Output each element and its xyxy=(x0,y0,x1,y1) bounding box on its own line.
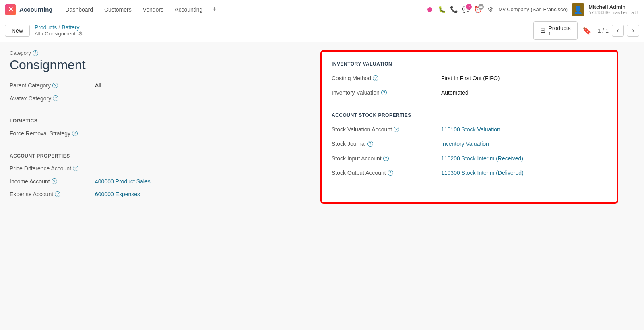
breadcrumb-products-link[interactable]: Products xyxy=(35,24,57,31)
prev-page-button[interactable]: ‹ xyxy=(612,25,624,37)
income-account-value[interactable]: 400000 Product Sales xyxy=(95,178,151,185)
nav-dashboard[interactable]: Dashboard xyxy=(61,4,98,15)
settings-gear-icon[interactable]: ⚙ xyxy=(78,31,83,37)
user-id: 57318380-master-all xyxy=(588,10,639,15)
force-removal-label: Force Removal Strategy ? xyxy=(10,130,90,137)
stock-input-row: Stock Input Account ? 110200 Stock Inter… xyxy=(332,155,607,162)
account-stock-title: ACCOUNT STOCK PROPERTIES xyxy=(332,112,607,118)
nav-add-icon[interactable]: + xyxy=(209,4,220,15)
costing-method-help-icon[interactable]: ? xyxy=(373,75,378,81)
inventory-valuation-label: Inventory Valuation ? xyxy=(332,89,436,96)
breadcrumb-sub: All / Consignment ⚙ xyxy=(35,31,83,37)
main-content: Category ? Consignment Parent Category ?… xyxy=(0,42,628,212)
costing-method-row: Costing Method ? First In First Out (FIF… xyxy=(332,75,607,81)
breadcrumb-sub-text: All / Consignment xyxy=(35,31,76,37)
category-title: Consignment xyxy=(10,58,308,73)
user-info: Mitchell Admin 57318380-master-all xyxy=(588,4,639,15)
clock-badge: 40 xyxy=(478,4,484,10)
stock-journal-value[interactable]: Inventory Valuation xyxy=(441,141,489,147)
user-avatar[interactable]: 👤 xyxy=(572,3,584,16)
app-name: Accounting xyxy=(19,6,53,13)
pagination-info: 1 / 1 xyxy=(598,27,609,34)
company-name: My Company (San Francisco) xyxy=(498,6,568,12)
account-props-divider xyxy=(10,145,308,145)
stock-input-value[interactable]: 110200 Stock Interim (Received) xyxy=(441,155,523,162)
list-icon: ⊞ xyxy=(540,27,545,34)
breadcrumb-separator: / xyxy=(58,24,60,31)
inventory-valuation-title: INVENTORY VALUATION xyxy=(332,61,607,67)
stock-props-divider xyxy=(332,104,607,104)
force-removal-row: Force Removal Strategy ? xyxy=(10,130,308,137)
products-label: Products xyxy=(549,25,571,31)
bookmark-icon[interactable]: 🔖 xyxy=(582,26,591,35)
chat-icon[interactable]: 💬 7 xyxy=(462,6,470,14)
price-diff-label: Price Difference Account ? xyxy=(10,165,90,172)
income-account-row: Income Account ? 400000 Product Sales xyxy=(10,178,308,185)
price-diff-help-icon[interactable]: ? xyxy=(73,166,78,171)
breadcrumb-current[interactable]: Battery xyxy=(62,24,79,31)
activity-icon[interactable]: 📞 xyxy=(450,6,458,14)
stock-journal-label: Stock Journal ? xyxy=(332,141,436,147)
top-navigation: ✕ Accounting Dashboard Customers Vendors… xyxy=(0,0,644,19)
parent-category-help-icon[interactable]: ? xyxy=(52,83,58,88)
stock-valuation-label: Stock Valuation Account ? xyxy=(332,126,436,133)
app-logo[interactable]: ✕ xyxy=(5,4,16,15)
record-icon[interactable] xyxy=(426,6,434,14)
products-button[interactable]: ⊞ Products 1 xyxy=(533,21,578,40)
costing-method-value: First In First Out (FIFO) xyxy=(441,75,500,81)
stock-journal-row: Stock Journal ? Inventory Valuation xyxy=(332,141,607,147)
expense-account-label: Expense Account ? xyxy=(10,191,90,197)
products-btn-text: Products 1 xyxy=(549,25,571,36)
avatax-help-icon[interactable]: ? xyxy=(53,95,58,101)
category-help-icon[interactable]: ? xyxy=(33,50,38,56)
category-label-text: Category xyxy=(10,50,31,56)
user-name: Mitchell Admin xyxy=(588,4,639,10)
parent-category-value[interactable]: All xyxy=(95,82,101,89)
expense-account-row: Expense Account ? 600000 Expenses xyxy=(10,191,308,197)
nav-customers[interactable]: Customers xyxy=(99,4,136,15)
pagination: 🔖 1 / 1 ‹ › xyxy=(582,25,639,37)
stock-valuation-value[interactable]: 110100 Stock Valuation xyxy=(441,126,500,133)
nav-right-section: 🐛 📞 💬 7 ⏰ 40 ⚙ My Company (San Francisco… xyxy=(426,3,639,16)
new-button[interactable]: New xyxy=(5,25,30,37)
settings-icon[interactable]: ⚙ xyxy=(486,6,494,14)
stock-input-help-icon[interactable]: ? xyxy=(383,156,389,161)
nav-items: Dashboard Customers Vendors Accounting + xyxy=(61,4,426,15)
breadcrumb-bar: New Products / Battery All / Consignment… xyxy=(0,19,644,42)
income-account-help-icon[interactable]: ? xyxy=(52,178,57,184)
inventory-valuation-row: Inventory Valuation ? Automated xyxy=(332,89,607,96)
price-diff-row: Price Difference Account ? xyxy=(10,165,308,172)
force-removal-help-icon[interactable]: ? xyxy=(72,131,78,136)
stock-journal-help-icon[interactable]: ? xyxy=(367,141,373,147)
avatax-category-label: Avatax Category ? xyxy=(10,95,90,102)
expense-account-value[interactable]: 600000 Expenses xyxy=(95,191,140,197)
next-page-button[interactable]: › xyxy=(627,25,639,37)
stock-valuation-row: Stock Valuation Account ? 110100 Stock V… xyxy=(332,126,607,133)
income-account-label: Income Account ? xyxy=(10,178,90,185)
stock-input-label: Stock Input Account ? xyxy=(332,155,436,162)
parent-category-label: Parent Category ? xyxy=(10,82,90,89)
right-panel: INVENTORY VALUATION Costing Method ? Fir… xyxy=(320,50,618,204)
stock-output-help-icon[interactable]: ? xyxy=(388,170,393,176)
logistics-section-title: LOGISTICS xyxy=(10,118,308,124)
stock-output-label: Stock Output Account ? xyxy=(332,170,436,176)
nav-vendors[interactable]: Vendors xyxy=(138,4,168,15)
stock-output-value[interactable]: 110300 Stock Interim (Delivered) xyxy=(441,170,524,176)
breadcrumb-links: Products / Battery xyxy=(35,24,80,31)
products-count: 1 xyxy=(549,31,571,36)
expense-account-help-icon[interactable]: ? xyxy=(55,191,60,197)
breadcrumb: Products / Battery All / Consignment ⚙ xyxy=(35,24,83,37)
category-label: Category ? xyxy=(10,50,308,56)
left-panel: Category ? Consignment Parent Category ?… xyxy=(10,50,308,204)
logistics-divider xyxy=(10,110,308,110)
avatax-category-row: Avatax Category ? xyxy=(10,95,308,102)
inventory-valuation-help-icon[interactable]: ? xyxy=(381,90,387,95)
costing-method-label: Costing Method ? xyxy=(332,75,436,81)
chat-badge: 7 xyxy=(466,4,472,10)
inventory-valuation-value: Automated xyxy=(441,89,469,96)
debug-icon[interactable]: 🐛 xyxy=(438,6,446,14)
account-props-title: ACCOUNT PROPERTIES xyxy=(10,153,308,159)
clock-icon[interactable]: ⏰ 40 xyxy=(474,6,482,14)
nav-accounting[interactable]: Accounting xyxy=(170,4,207,15)
stock-valuation-help-icon[interactable]: ? xyxy=(394,127,399,132)
